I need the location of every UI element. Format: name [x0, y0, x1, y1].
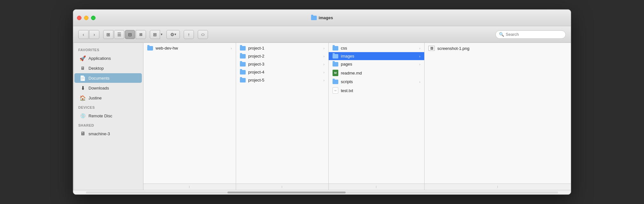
- maximize-button[interactable]: [91, 16, 96, 20]
- column-1-list: web-dev-hw ›: [143, 43, 236, 184]
- chevron-web-dev-hw: ›: [231, 46, 232, 50]
- coverflow-view-button[interactable]: ⊠: [136, 30, 146, 39]
- sidebar-item-desktop[interactable]: 🖥 Desktop: [74, 63, 142, 73]
- sidebar-item-label-downloads: Downloads: [88, 86, 109, 90]
- chevron-project-3: ›: [323, 62, 325, 66]
- column-1-resize[interactable]: ⁞: [143, 184, 236, 190]
- sidebar-item-justine[interactable]: 🏠 Justine: [74, 93, 142, 103]
- sidebar-item-label-justine: Justine: [88, 96, 102, 100]
- sidebar-item-applications[interactable]: 🚀 Applications: [74, 53, 142, 63]
- filename-pages: pages: [341, 62, 417, 67]
- documents-icon: 📄: [80, 75, 86, 81]
- toolbar: ‹ › ⊞ ☰ ⊟ ⊠ ⊞ ▾ ⚙: [73, 26, 571, 43]
- column-2: project-1 › project-2 › project-3 ›: [236, 43, 329, 190]
- txt-icon: txt: [333, 87, 338, 94]
- file-item-project-3[interactable]: project-3 ›: [236, 60, 328, 68]
- column-4-resize[interactable]: ⁞: [425, 184, 571, 190]
- search-input[interactable]: [506, 32, 562, 37]
- back-button[interactable]: ‹: [78, 30, 88, 39]
- file-item-project-1[interactable]: project-1 ›: [236, 44, 328, 52]
- scrollbar-area: [73, 190, 571, 194]
- sidebar-item-documents[interactable]: 📄 Documents: [74, 73, 142, 83]
- tags-button[interactable]: ⬭: [198, 30, 208, 39]
- column-view-button[interactable]: ⊟: [125, 30, 135, 39]
- forward-icon: ›: [94, 32, 95, 37]
- chevron-project-4: ›: [323, 70, 325, 74]
- sidebar-item-label-applications: Applications: [88, 56, 111, 61]
- column-2-resize[interactable]: ⁞: [236, 184, 328, 190]
- folder-icon-project-5: [240, 78, 246, 82]
- columns-area: web-dev-hw › ⁞ project-1 ›: [143, 43, 571, 190]
- list-view-button[interactable]: ☰: [114, 30, 124, 39]
- chevron-pages: ›: [419, 62, 420, 66]
- scrollbar-track[interactable]: [86, 192, 558, 193]
- file-item-project-5[interactable]: project-5 ›: [236, 76, 328, 84]
- resize-dots-4: ⁞: [497, 185, 499, 189]
- nav-group: ‹ ›: [78, 30, 99, 39]
- scrollbar-thumb[interactable]: [227, 192, 346, 193]
- screen-icon: 🖥: [80, 130, 86, 137]
- column-1: web-dev-hw › ⁞: [143, 43, 236, 190]
- file-item-css[interactable]: css ›: [329, 44, 424, 52]
- sidebar-item-smachine[interactable]: 🖥 smachine-3: [74, 129, 142, 138]
- share-icon: ↑: [188, 32, 190, 37]
- column-2-list: project-1 › project-2 › project-3 ›: [236, 43, 328, 184]
- column-3: css › images › pages › M: [329, 43, 425, 190]
- gear-icon: ⚙: [170, 32, 174, 37]
- column-4: 🖼 screenshot-1.png ⁞: [425, 43, 571, 190]
- close-button[interactable]: [77, 16, 81, 20]
- sidebar-item-remote-disc[interactable]: 💿 Remote Disc: [74, 111, 142, 121]
- arrange-icon: ⊞: [153, 32, 157, 37]
- folder-icon-project-4: [240, 70, 246, 75]
- file-item-web-dev-hw[interactable]: web-dev-hw ›: [143, 44, 236, 52]
- sidebar-left-divider: [73, 43, 74, 190]
- window-title: images: [311, 15, 333, 20]
- view-mode-group: ⊞ ☰ ⊟ ⊠: [103, 30, 146, 39]
- tags-icon: ⬭: [201, 32, 204, 37]
- action-chevron: ▾: [174, 32, 176, 36]
- title-bar: images: [73, 10, 571, 26]
- minimize-button[interactable]: [84, 16, 88, 20]
- screenshot-icon: 🖼: [428, 46, 435, 51]
- favorites-label: Favorites: [73, 45, 143, 53]
- chevron-scripts: ›: [419, 80, 420, 84]
- arrange-button[interactable]: ⊞: [150, 30, 160, 39]
- search-box[interactable]: 🔍: [495, 30, 566, 39]
- file-item-readme[interactable]: M readme.md: [329, 68, 424, 78]
- action-button[interactable]: ⚙ ▾: [166, 30, 180, 39]
- shared-label: Shared: [73, 121, 143, 129]
- resize-dots-3: ⁞: [376, 185, 377, 189]
- chevron-project-2: ›: [323, 54, 325, 58]
- column-view-icon: ⊟: [128, 32, 132, 37]
- chevron-images: ›: [419, 54, 420, 58]
- folder-icon-pages: [333, 62, 338, 67]
- forward-button[interactable]: ›: [89, 30, 99, 39]
- filename-scripts: scripts: [341, 79, 417, 84]
- file-item-images[interactable]: images ›: [329, 52, 424, 60]
- file-item-project-4[interactable]: project-4 ›: [236, 68, 328, 76]
- sidebar-item-label-remote-disc: Remote Disc: [88, 114, 112, 118]
- resize-dots-1: ⁞: [189, 185, 190, 189]
- file-item-screenshot[interactable]: 🖼 screenshot-1.png: [425, 44, 571, 52]
- filename-project-5: project-5: [248, 78, 321, 82]
- chevron-css: ›: [419, 46, 420, 50]
- sidebar-item-downloads[interactable]: ⬇ Downloads: [74, 83, 142, 93]
- title-text: images: [319, 15, 333, 20]
- chevron-project-1: ›: [323, 46, 325, 50]
- folder-icon-scripts: [333, 80, 338, 84]
- share-button[interactable]: ↑: [184, 30, 194, 39]
- column-3-resize[interactable]: ⁞: [329, 184, 424, 190]
- filename-css: css: [341, 46, 417, 51]
- file-item-project-2[interactable]: project-2 ›: [236, 52, 328, 60]
- icon-view-icon: ⊞: [106, 32, 110, 37]
- finder-window: images ‹ › ⊞ ☰ ⊟ ⊠: [73, 9, 571, 195]
- sidebar-resize-handle[interactable]: [142, 43, 143, 190]
- chevron-project-5: ›: [323, 78, 325, 82]
- coverflow-view-icon: ⊠: [139, 32, 142, 37]
- file-item-scripts[interactable]: scripts ›: [329, 78, 424, 86]
- file-item-pages[interactable]: pages ›: [329, 60, 424, 68]
- file-item-test-txt[interactable]: txt test.txt: [329, 86, 424, 95]
- folder-icon-project-1: [240, 46, 246, 51]
- icon-view-button[interactable]: ⊞: [103, 30, 113, 39]
- back-icon: ‹: [83, 32, 84, 37]
